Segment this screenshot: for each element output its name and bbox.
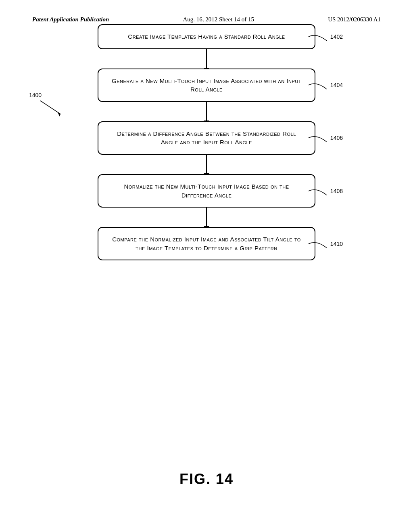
ref-1404: 1404: [305, 79, 343, 91]
ref-curve-1410: [305, 238, 329, 250]
box-1408: Normalize the New Multi-Touch Input Imag…: [98, 174, 315, 208]
diagram-label-1400: 1400: [29, 92, 42, 98]
patent-number: US 2012/0206330 A1: [328, 16, 381, 23]
flow-step-1406: Determine a Difference Angle Between the…: [98, 121, 315, 155]
box-1410-text: Compare the Normalized Input Image and A…: [112, 236, 301, 251]
ref-curve-1406: [305, 132, 329, 144]
flow-step-1402: Create Image Templates Having a Standard…: [98, 24, 315, 49]
box-1402-text: Create Image Templates Having a Standard…: [128, 33, 285, 40]
ref-curve-1408: [305, 185, 329, 197]
ref-1402: 1402: [305, 31, 343, 43]
arrow-3: [206, 155, 207, 174]
label-1400-arrow: [36, 99, 69, 119]
figure-label: FIG. 14: [179, 471, 234, 488]
box-1404-text: Generate a New Multi-Touch Input Image A…: [112, 77, 301, 93]
page: Patent Application Publication Aug. 16, …: [0, 0, 413, 532]
svg-line-0: [40, 101, 60, 114]
box-1406: Determine a Difference Angle Between the…: [98, 121, 315, 155]
ref-1408: 1408: [305, 185, 343, 197]
flow-step-1410: Compare the Normalized Input Image and A…: [98, 227, 315, 260]
svg-marker-1: [57, 112, 60, 116]
box-1406-text: Determine a Difference Angle Between the…: [117, 130, 296, 146]
box-1410: Compare the Normalized Input Image and A…: [98, 227, 315, 260]
flow-diagram: Create Image Templates Having a Standard…: [94, 24, 319, 260]
flow-step-1408: Normalize the New Multi-Touch Input Imag…: [98, 174, 315, 208]
arrow-2: [206, 102, 207, 121]
ref-curve-1402: [305, 31, 329, 43]
box-1402: Create Image Templates Having a Standard…: [98, 24, 315, 49]
ref-curve-1404: [305, 79, 329, 91]
ref-1410: 1410: [305, 238, 343, 250]
box-1408-text: Normalize the New Multi-Touch Input Imag…: [124, 183, 289, 199]
arrow-4: [206, 208, 207, 227]
box-1404: Generate a New Multi-Touch Input Image A…: [98, 69, 315, 102]
page-header: Patent Application Publication Aug. 16, …: [0, 0, 413, 23]
sheet-info: Aug. 16, 2012 Sheet 14 of 15: [183, 16, 254, 23]
arrow-1: [206, 49, 207, 69]
flow-step-1404: Generate a New Multi-Touch Input Image A…: [98, 69, 315, 102]
ref-1406: 1406: [305, 132, 343, 144]
publication-label: Patent Application Publication: [32, 16, 109, 23]
